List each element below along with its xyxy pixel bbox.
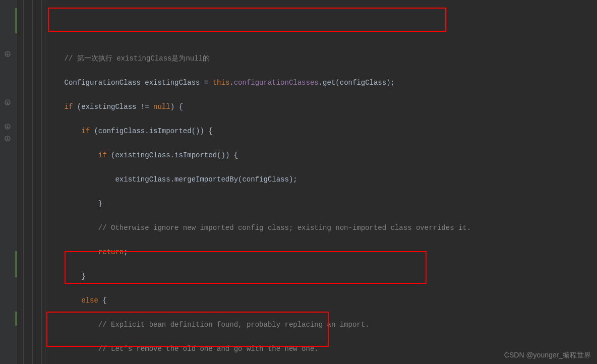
code-line[interactable]: ConfigurationClass existingClass = this.… xyxy=(45,77,597,89)
indent-guide-area xyxy=(17,0,45,364)
code-token xyxy=(47,79,65,87)
watermark-text: CSDN @younger_编程世界 xyxy=(504,351,591,360)
code-token xyxy=(47,103,65,111)
code-token: ) { xyxy=(170,103,183,111)
code-token: if xyxy=(65,103,73,111)
code-token: if xyxy=(81,127,90,135)
code-token: } xyxy=(47,200,102,208)
code-line[interactable]: existingClass.mergeImportedBy(configClas… xyxy=(45,173,597,186)
code-token: . xyxy=(229,79,233,87)
code-token: else xyxy=(81,296,98,305)
code-line[interactable]: // Otherwise ignore new imported config … xyxy=(45,222,597,234)
code-token: this xyxy=(213,79,230,87)
code-token xyxy=(47,296,81,305)
code-line[interactable]: // Explicit bean definition found, proba… xyxy=(45,319,597,331)
code-text-area[interactable]: // 第一次执行 existingClass是为null的 Configurat… xyxy=(45,0,597,364)
code-line[interactable]: else { xyxy=(45,294,597,307)
code-token: } xyxy=(47,272,86,280)
method-override-icon[interactable] xyxy=(4,50,11,57)
code-token: ; xyxy=(124,248,128,256)
code-line[interactable]: // 第一次执行 existingClass是为null的 xyxy=(45,52,597,65)
code-token xyxy=(47,248,98,256)
code-token: return xyxy=(98,248,124,256)
code-editor[interactable]: // 第一次执行 existingClass是为null的 Configurat… xyxy=(0,0,597,364)
code-token xyxy=(47,224,98,232)
code-token xyxy=(47,321,98,329)
code-line[interactable]: if (configClass.isImported()) { xyxy=(45,125,597,137)
method-override-icon[interactable] xyxy=(4,99,11,106)
editor-gutter xyxy=(0,0,17,364)
code-line[interactable]: if (existingClass.isImported()) { xyxy=(45,149,597,161)
code-token: // Otherwise ignore new imported config … xyxy=(98,224,471,232)
code-token: // 第一次执行 existingClass是为null的 xyxy=(65,54,210,63)
code-token: (existingClass.isImported()) { xyxy=(107,151,238,159)
code-token: (existingClass != xyxy=(73,103,153,111)
code-line[interactable]: return; xyxy=(45,246,597,258)
code-token: { xyxy=(98,296,107,305)
code-token: ConfigurationClass existingClass = xyxy=(65,79,213,87)
code-token: existingClass.mergeImportedBy(configClas… xyxy=(47,175,297,184)
code-line[interactable]: if (existingClass != null) { xyxy=(45,101,597,113)
code-token xyxy=(47,345,98,353)
code-token: // Explicit bean definition found, proba… xyxy=(98,321,370,329)
code-token: configurationClasses xyxy=(234,79,319,87)
code-token xyxy=(47,127,81,135)
code-token: // Let's remove the old one and go with … xyxy=(98,345,319,353)
code-token: if xyxy=(98,151,107,159)
method-override-icon[interactable] xyxy=(4,135,11,142)
code-token xyxy=(47,151,98,159)
code-token xyxy=(47,54,65,63)
method-override-icon[interactable] xyxy=(4,123,11,130)
code-line[interactable]: } xyxy=(45,198,597,210)
code-line[interactable]: } xyxy=(45,270,597,282)
code-token: .get(configClass); xyxy=(319,79,395,87)
code-token: null xyxy=(153,103,170,111)
code-token: (configClass.isImported()) { xyxy=(90,127,213,135)
